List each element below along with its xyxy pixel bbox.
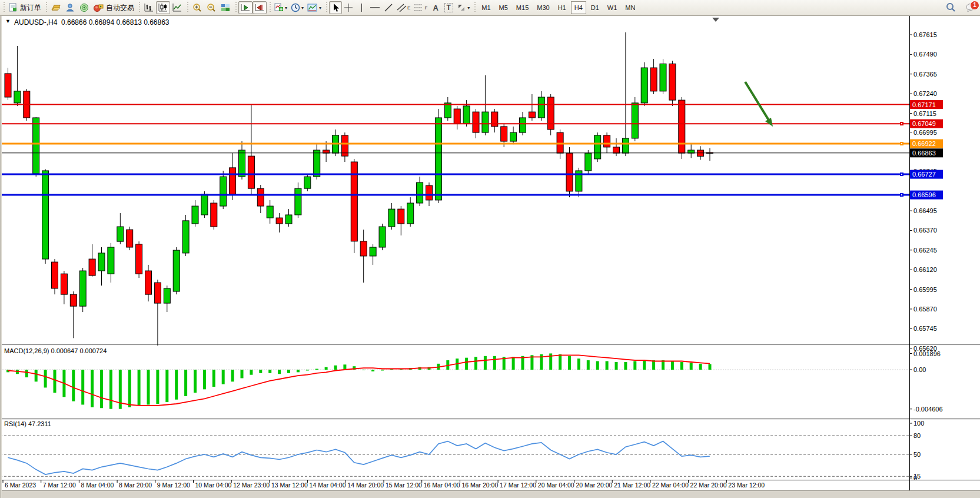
candle-body-up	[314, 150, 320, 177]
price-axis-label: 0.66995	[913, 129, 937, 136]
candle-body-up	[370, 247, 376, 256]
indicators-dropdown-arrow[interactable]: ▾	[285, 5, 287, 11]
profile-button[interactable]	[63, 1, 77, 14]
candle-body-up	[510, 132, 517, 141]
time-axis-label: 16 Mar 04:00	[424, 482, 460, 489]
text-button[interactable]: A	[429, 1, 442, 14]
arrows-tool-icon	[457, 3, 466, 12]
tile-windows-button[interactable]	[218, 1, 232, 14]
timeframe-button-MN[interactable]: MN	[622, 1, 639, 14]
price-axis-label: 0.67490	[913, 51, 937, 58]
new-chart-button[interactable]	[49, 1, 63, 14]
macd-histogram-bar	[381, 370, 384, 370]
arrows-dropdown-arrow[interactable]: ▾	[467, 5, 470, 11]
candle-body-up	[108, 247, 114, 274]
candle-body-up	[444, 103, 451, 118]
line-price-label: 0.67171	[912, 101, 936, 108]
candle-body-down	[398, 209, 404, 224]
macd-histogram-bar	[606, 361, 609, 370]
macd-histogram-bar	[44, 370, 47, 387]
new-order-icon	[8, 3, 18, 12]
mt4-window: { "toolbar": { "new_order": "新订单", "auto…	[0, 0, 980, 498]
fibonacci-button[interactable]: F	[412, 1, 429, 14]
macd-histogram-bar	[100, 370, 103, 408]
macd-histogram-bar	[138, 370, 141, 406]
templates-button[interactable]: ▾	[305, 1, 323, 14]
candle-body-down	[604, 135, 610, 147]
arrows-button[interactable]: ▾	[455, 1, 471, 14]
text-label-button[interactable]: T	[442, 1, 455, 14]
price-axis-label: 0.66120	[913, 266, 937, 273]
candle-body-down	[547, 97, 554, 130]
autotrading-button[interactable]: 自动交易	[91, 1, 136, 14]
line-price-label: 0.66863	[912, 150, 936, 157]
chart-canvas[interactable]: 0.676150.674900.673650.672400.671150.669…	[0, 0, 980, 498]
equidistant-channel-button[interactable]: E	[395, 1, 412, 14]
timeframe-button-M1[interactable]: M1	[478, 1, 494, 14]
crosshair-button[interactable]	[342, 1, 355, 14]
zoom-out-button[interactable]	[204, 1, 218, 14]
bar-chart-button[interactable]	[142, 1, 156, 14]
search-icon	[945, 2, 956, 13]
timeframe-button-M15[interactable]: M15	[513, 1, 532, 14]
chart-shift-icon	[254, 3, 265, 12]
candle-body-up	[192, 206, 198, 224]
timeframe-button-D1[interactable]: D1	[587, 1, 603, 14]
timeframe-button-H1[interactable]: H1	[554, 1, 570, 14]
autoscroll-button[interactable]	[238, 1, 253, 14]
candle-body-down	[154, 283, 161, 303]
timeframe-button-H4[interactable]: H4	[571, 1, 586, 14]
candle-body-up	[463, 106, 470, 124]
signals-button[interactable]	[77, 1, 91, 14]
periods-button[interactable]: ▾	[289, 1, 305, 14]
macd-histogram-bar	[184, 370, 187, 396]
cursor-button[interactable]	[329, 1, 342, 14]
vertical-line-icon	[358, 3, 365, 12]
search-button[interactable]	[944, 1, 958, 14]
line-handle-dot	[901, 143, 902, 144]
chart-shift-button[interactable]	[253, 1, 267, 14]
periods-dropdown-arrow[interactable]: ▾	[301, 5, 304, 11]
chart-menu-arrow[interactable]: ▼	[5, 18, 11, 24]
macd-histogram-bar	[484, 356, 487, 370]
macd-histogram-bar	[643, 360, 646, 370]
candle-body-up	[239, 150, 245, 177]
vertical-line-button[interactable]	[355, 1, 368, 14]
rsi-axis-label: 100	[913, 420, 924, 427]
new-order-button[interactable]: 新订单	[6, 1, 43, 14]
timeframe-button-M30[interactable]: M30	[533, 1, 553, 14]
candle-body-down	[127, 230, 133, 247]
macd-histogram-bar	[362, 370, 365, 370]
notifications-button[interactable]: 1	[964, 2, 976, 14]
macd-histogram-bar	[465, 358, 468, 370]
zoom-in-button[interactable]	[190, 1, 204, 14]
text-tool-letter: A	[433, 4, 438, 12]
candle-body-up	[182, 221, 189, 253]
timeframe-button-M5[interactable]: M5	[496, 1, 511, 14]
chart-title: AUDUSD-,H4 0.66866 0.66894 0.66813 0.668…	[14, 18, 170, 26]
macd-histogram-bar	[268, 370, 271, 373]
indicators-add-icon	[274, 3, 284, 12]
macd-axis-label: 0.001896	[913, 350, 941, 357]
macd-histogram-bar	[652, 360, 655, 370]
line-handle-dot	[901, 174, 902, 175]
candlestick-chart-button[interactable]	[156, 1, 170, 14]
profile-person-icon	[65, 3, 75, 12]
macd-histogram-bar	[512, 357, 515, 370]
horizontal-line-button[interactable]	[368, 1, 382, 14]
macd-histogram-bar	[54, 370, 57, 393]
time-axis-label: 10 Mar 04:00	[195, 482, 232, 489]
candle-body-up	[220, 177, 227, 206]
indicators-button[interactable]: ▾	[273, 1, 289, 14]
templates-dropdown-arrow[interactable]: ▾	[319, 5, 321, 11]
time-axis-label: 14 Mar 20:00	[347, 482, 384, 489]
candle-body-up	[520, 118, 526, 132]
macd-histogram-bar	[175, 370, 178, 400]
macd-histogram-bar	[241, 370, 244, 379]
timeframe-button-W1[interactable]: W1	[604, 1, 621, 14]
trendline-button[interactable]	[382, 1, 395, 14]
toolbar-group-timeframes: M1M5M15M30H1H4D1W1MN	[473, 1, 641, 15]
line-chart-button[interactable]	[170, 1, 184, 14]
candle-body-up	[407, 203, 414, 224]
toolbar-group-trade: 新订单	[2, 1, 45, 15]
